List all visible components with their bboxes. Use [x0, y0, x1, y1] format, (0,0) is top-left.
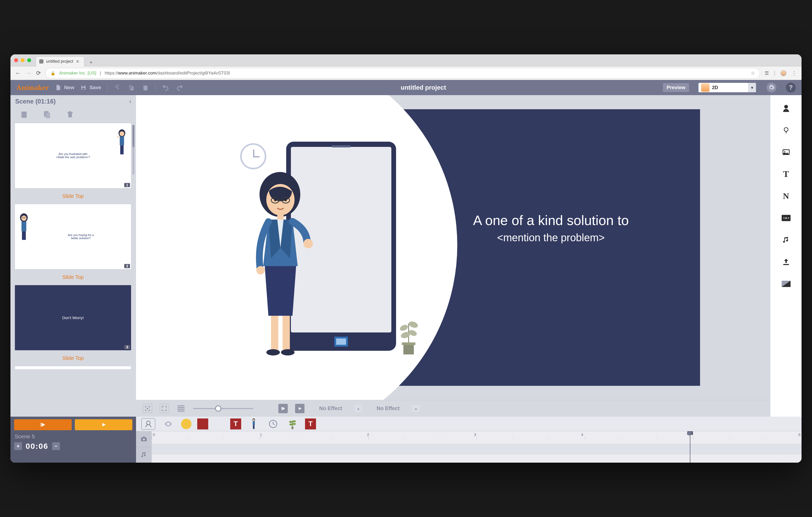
new-tab-button[interactable]: +	[87, 59, 95, 66]
help-button[interactable]: ?	[786, 83, 796, 93]
zoom-slider[interactable]	[193, 408, 253, 409]
close-window-icon[interactable]	[14, 58, 18, 62]
svg-point-78	[292, 420, 296, 422]
extension-icon[interactable]: ☰	[765, 70, 769, 76]
profile-avatar[interactable]	[781, 70, 786, 76]
canvas-text-line1: A one of a kind solution to	[473, 213, 629, 228]
playhead[interactable]	[690, 432, 690, 463]
close-tab-icon[interactable]: ✕	[76, 59, 79, 64]
audio-track-icon[interactable]	[136, 447, 152, 463]
time-decrement-button[interactable]: −	[52, 442, 60, 450]
brand-logo[interactable]: Animaker	[16, 83, 49, 92]
main-area: Scene (01:16) ‹ Are you f	[10, 95, 802, 417]
asset-rect-shape[interactable]	[197, 419, 208, 429]
props-icon[interactable]	[780, 124, 792, 136]
background-icon[interactable]	[780, 278, 792, 290]
svg-point-60	[788, 217, 789, 218]
save-button[interactable]: Save	[80, 84, 101, 91]
asset-text-icon[interactable]: T	[305, 419, 316, 429]
transition-label[interactable]: Slide Top	[14, 272, 131, 285]
scene-preview-text: Don't Worry!	[15, 285, 131, 350]
undo-icon[interactable]	[162, 83, 170, 92]
scene-thumbnail[interactable]: Are you hoping for a better solution? 2	[14, 204, 131, 270]
svg-rect-14	[120, 145, 124, 154]
scene-thumbnail[interactable]	[14, 366, 131, 370]
zoom-thumb[interactable]	[215, 405, 221, 412]
svg-rect-3	[129, 85, 133, 89]
timeline-track-lane[interactable]	[152, 444, 802, 454]
effect-out-label[interactable]: No Effect	[377, 405, 400, 412]
svg-rect-75	[291, 427, 293, 429]
forward-button[interactable]: →	[26, 70, 31, 77]
delete-scene-icon[interactable]	[64, 109, 76, 120]
settings-button[interactable]	[766, 83, 776, 93]
minimize-window-icon[interactable]	[21, 58, 25, 62]
cut-icon[interactable]	[113, 83, 121, 92]
asset-circle-shape[interactable]	[181, 419, 192, 429]
image-icon[interactable]	[780, 146, 792, 158]
phone-speaker-icon	[331, 145, 351, 147]
reload-button[interactable]: ⟳	[36, 70, 41, 77]
fullscreen-icon[interactable]	[160, 404, 169, 413]
effect-in-button[interactable]: ▴	[355, 405, 362, 412]
preview-button[interactable]: Preview	[663, 83, 689, 92]
grid-icon[interactable]	[176, 404, 186, 413]
numbers-icon[interactable]: N	[780, 190, 792, 202]
clock-icon[interactable]	[240, 143, 266, 170]
upload-icon[interactable]	[780, 256, 792, 268]
playhead-handle-icon[interactable]	[687, 431, 693, 435]
music-icon[interactable]	[780, 234, 792, 246]
characters-icon[interactable]	[780, 102, 792, 114]
timeline-ruler[interactable]: 0123456	[152, 431, 802, 463]
redo-icon[interactable]	[176, 83, 184, 92]
mode-dropdown-icon[interactable]: ▾	[748, 83, 756, 92]
asset-text-icon[interactable]: T	[230, 419, 241, 429]
url-text: https://www.animaker.com/dashboard/editP…	[105, 70, 230, 76]
scene-thumbnail[interactable]: Don't Worry! 3	[14, 285, 131, 351]
play-scene-button[interactable]	[14, 419, 72, 430]
text-icon[interactable]: T	[780, 168, 792, 180]
address-bar[interactable]: 🔒 Animaker Inc. [US] | https://www.anima…	[46, 68, 760, 79]
plant-prop[interactable]	[394, 308, 423, 355]
browser-toolbar: ← → ⟳ 🔒 Animaker Inc. [US] | https://www…	[10, 66, 802, 80]
transition-label[interactable]: Slide Top	[14, 353, 131, 366]
copy-icon[interactable]	[127, 83, 136, 92]
canvas-text[interactable]: A one of a kind solution to <mention the…	[417, 211, 684, 245]
maximize-window-icon[interactable]	[27, 58, 31, 62]
browser-window: untitled project ✕ + ← → ⟳ 🔒 Animaker In…	[10, 54, 802, 463]
play-all-button[interactable]	[75, 419, 133, 430]
paste-icon[interactable]	[141, 83, 150, 92]
chrome-menu-icon[interactable]: ⋮	[791, 70, 797, 76]
new-button[interactable]: New	[55, 84, 74, 91]
character-prop[interactable]	[246, 170, 317, 358]
browser-tab-active[interactable]: untitled project ✕	[36, 57, 84, 66]
collapse-panel-icon[interactable]: ‹	[129, 98, 131, 105]
asset-character-icon[interactable]	[247, 418, 261, 430]
svg-rect-6	[22, 112, 27, 118]
visibility-track-icon[interactable]	[161, 418, 175, 430]
scene-list[interactable]: Are you frustrated with <State the user …	[10, 123, 136, 417]
duplicate-scene-icon[interactable]	[41, 109, 53, 120]
center-view-icon[interactable]	[143, 404, 152, 413]
mode-selector[interactable]: 2D ▾	[698, 83, 756, 92]
play-from-start-button[interactable]	[278, 404, 288, 413]
camera-track-icon[interactable]	[136, 431, 152, 447]
play-button[interactable]	[295, 404, 304, 413]
stage-viewport[interactable]: A one of a kind solution to <mention the…	[136, 95, 770, 400]
effects-icon[interactable]	[780, 212, 792, 224]
asset-plant-icon[interactable]	[286, 418, 299, 430]
effect-in-label[interactable]: No Effect	[319, 405, 342, 412]
scrollbar-thumb[interactable]	[133, 125, 135, 147]
project-title[interactable]: untitled project	[401, 84, 446, 91]
asset-clock-icon[interactable]	[266, 418, 280, 430]
time-increment-button[interactable]: +	[14, 442, 22, 450]
effect-out-button[interactable]: ▴	[412, 405, 419, 412]
stage[interactable]: A one of a kind solution to <mention the…	[206, 109, 700, 386]
scene-thumbnail[interactable]: Are you frustrated with <State the user …	[14, 123, 131, 188]
svg-point-43	[147, 408, 148, 409]
transition-label[interactable]: Slide Top	[14, 190, 131, 204]
back-button[interactable]: ←	[15, 70, 21, 77]
character-track-icon[interactable]	[141, 418, 155, 430]
bookmark-star-icon[interactable]: ☆	[751, 70, 755, 76]
add-scene-icon[interactable]	[18, 109, 30, 120]
